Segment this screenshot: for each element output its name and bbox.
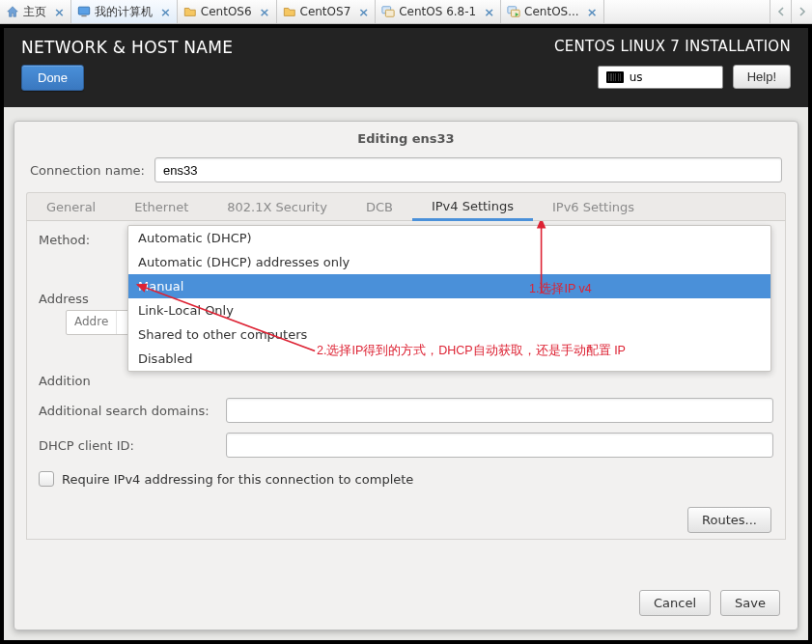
tab-mycomputer-close[interactable]: × (160, 5, 171, 19)
method-option-shared[interactable]: Shared to other computers (128, 322, 770, 347)
tab-centos-trunc-close[interactable]: × (587, 5, 598, 19)
dhcp-client-id-label: DHCP client ID: (39, 438, 218, 453)
method-option-link-local-only[interactable]: Link-Local Only (128, 298, 770, 322)
vm-icon (381, 5, 395, 18)
edit-connection-dialog: Editing ens33 Connection name: General E… (14, 121, 798, 630)
vm-running-icon (507, 5, 520, 18)
require-ipv4-checkbox[interactable] (39, 471, 54, 487)
tab-centos-trunc[interactable]: CentOS... × (501, 0, 603, 23)
folder-icon (183, 5, 197, 18)
addition-label-trunc: Addition (39, 374, 91, 388)
svg-rect-1 (81, 15, 86, 16)
tab-ipv4-settings[interactable]: IPv4 Settings (412, 193, 533, 221)
tab-home-label: 主页 (23, 4, 46, 20)
save-button[interactable]: Save (720, 590, 780, 616)
tab-ethernet[interactable]: Ethernet (115, 193, 208, 220)
svg-rect-0 (78, 7, 89, 14)
tab-centos681-label: CentOS 6.8-1 (399, 5, 476, 18)
chevron-right-icon (798, 7, 807, 16)
svg-rect-3 (386, 10, 395, 16)
settings-tabstrip: General Ethernet 802.1X Security DCB IPv… (26, 192, 786, 221)
method-option-disabled[interactable]: Disabled (128, 347, 770, 371)
tab-dcb[interactable]: DCB (347, 193, 412, 220)
method-label: Method: (39, 233, 90, 247)
vm-display: NETWORK & HOST NAME Done CENTOS LINUX 7 … (0, 24, 812, 644)
home-icon (6, 5, 19, 18)
routes-button[interactable]: Routes... (687, 507, 771, 533)
connection-name-input[interactable] (154, 157, 782, 182)
tab-general[interactable]: General (27, 193, 115, 220)
tabbar-next[interactable] (791, 0, 812, 23)
installation-title: CENTOS LINUX 7 INSTALLATION (554, 38, 791, 55)
done-button[interactable]: Done (21, 65, 84, 91)
connection-name-label: Connection name: (30, 163, 145, 178)
tab-mycomputer[interactable]: 我的计算机 × (71, 0, 178, 23)
tab-8021x-security[interactable]: 802.1X Security (208, 193, 347, 220)
tab-centos7-label: CentOS7 (300, 5, 351, 18)
keyboard-icon (606, 71, 624, 83)
cancel-button[interactable]: Cancel (639, 590, 711, 616)
tab-centos-trunc-label: CentOS... (524, 5, 579, 18)
tab-centos6-label: CentOS6 (201, 5, 252, 18)
keyboard-layout-value: us (630, 70, 643, 84)
dialog-title: Editing ens33 (14, 127, 798, 154)
tab-centos7[interactable]: CentOS7 × (277, 0, 377, 23)
dhcp-client-id-input[interactable] (226, 433, 773, 458)
ipv4-settings-panel: Method: Address Addre Automatic (DHCP) A… (26, 221, 786, 540)
tab-centos7-close[interactable]: × (358, 5, 369, 19)
chevron-left-icon (776, 7, 786, 16)
tab-home-close[interactable]: × (54, 5, 65, 19)
workstation-tabbar: 主页 × 我的计算机 × CentOS6 × CentOS7 × (0, 0, 812, 24)
tab-ipv6-settings[interactable]: IPv6 Settings (533, 193, 654, 220)
method-dropdown[interactable]: Automatic (DHCP) Automatic (DHCP) addres… (127, 225, 771, 372)
tab-home[interactable]: 主页 × (0, 0, 71, 23)
additional-search-domains-label: Additional search domains: (39, 404, 218, 418)
installer-header: NETWORK & HOST NAME Done CENTOS LINUX 7 … (4, 28, 808, 107)
require-ipv4-label: Require IPv4 addressing for this connect… (62, 472, 413, 487)
tab-centos6-close[interactable]: × (260, 5, 270, 19)
keyboard-layout-indicator[interactable]: us (598, 66, 723, 89)
tab-centos6[interactable]: CentOS6 × (178, 0, 277, 23)
method-option-automatic-dhcp-addresses-only[interactable]: Automatic (DHCP) addresses only (128, 250, 770, 274)
page-title: NETWORK & HOST NAME (21, 38, 233, 57)
tab-mycomputer-label: 我的计算机 (95, 4, 153, 20)
tabbar-prev[interactable] (770, 0, 791, 23)
additional-search-domains-input[interactable] (226, 398, 773, 423)
method-option-automatic-dhcp[interactable]: Automatic (DHCP) (128, 226, 770, 250)
help-button[interactable]: Help! (733, 65, 791, 89)
tab-centos681[interactable]: CentOS 6.8-1 × (376, 0, 501, 23)
method-option-manual[interactable]: Manual (128, 274, 770, 298)
folder-icon (283, 5, 296, 18)
address-column-header: Addre (67, 311, 117, 334)
tab-centos681-close[interactable]: × (484, 5, 494, 19)
monitor-icon (77, 5, 91, 18)
